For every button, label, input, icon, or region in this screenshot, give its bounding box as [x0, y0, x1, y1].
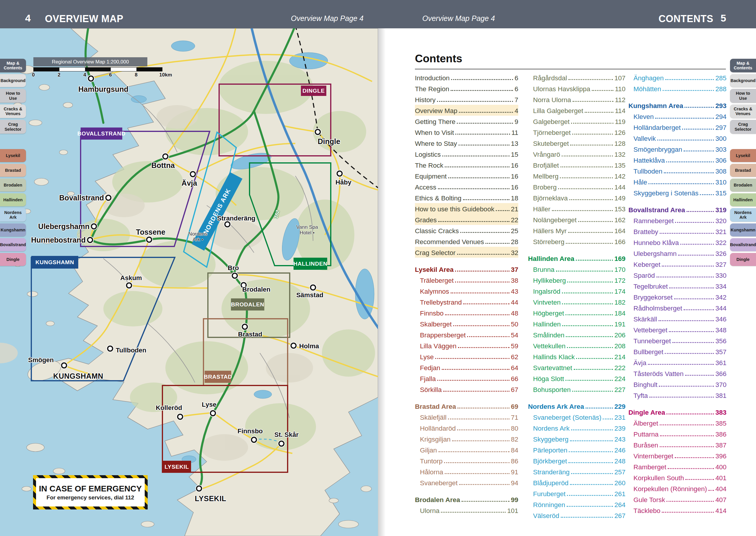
tab-kungshamn[interactable]: Kungshamn: [0, 223, 26, 236]
toc-entry[interactable]: Classic Cracks25: [415, 225, 518, 236]
toc-entry[interactable]: When to Visit11: [415, 127, 518, 138]
toc-entry[interactable]: Ulornas Havsklippa110: [528, 83, 626, 94]
toc-entry[interactable]: Norra Ulorna112: [528, 94, 626, 105]
toc-entry[interactable]: Furuberget261: [528, 488, 626, 499]
toc-entry[interactable]: Svaneberget (Sotenäs)231: [528, 412, 626, 422]
toc-entry[interactable]: Svaneberget94: [415, 477, 518, 488]
toc-entry[interactable]: How to use this Guidebook21: [415, 203, 518, 214]
toc-entry[interactable]: Galgeberget119: [528, 116, 626, 127]
tab-how-to-use[interactable]: How to Use: [0, 89, 26, 102]
tab-nordens-ark[interactable]: Nordens Ark: [0, 208, 26, 222]
toc-entry[interactable]: Sörkilla67: [415, 384, 518, 395]
toc-entry[interactable]: Rönningen264: [528, 499, 626, 510]
toc-entry[interactable]: Where to Stay13: [415, 138, 518, 149]
toc-entry[interactable]: Tyfta381: [629, 389, 727, 401]
toc-entry[interactable]: Häller153: [528, 203, 626, 214]
toc-entry[interactable]: Kleven294: [629, 111, 727, 121]
toc-entry[interactable]: Brofjället135: [528, 159, 626, 170]
toc-entry[interactable]: Crag Selector32: [415, 247, 518, 258]
tab-crag-selector[interactable]: Crag Selector: [730, 120, 756, 133]
toc-entry[interactable]: Tullboden308: [629, 165, 727, 176]
toc-entry[interactable]: Equipment16: [415, 170, 518, 181]
toc-entry[interactable]: Vetteberget348: [629, 324, 727, 335]
toc-entry[interactable]: Tuntorp86: [415, 455, 518, 466]
area-label-bovallstrand[interactable]: BOVALLSTRAND: [81, 127, 122, 140]
toc-entry[interactable]: Änghagen285: [629, 72, 727, 83]
toc-entry[interactable]: Täcklebo414: [629, 505, 727, 516]
toc-entry[interactable]: Puttarna386: [629, 428, 727, 439]
toc-entry[interactable]: Smålinden206: [528, 329, 626, 340]
toc-entry[interactable]: Ramneberget320: [629, 215, 727, 226]
toc-entry[interactable]: Störreberg166: [528, 236, 626, 247]
toc-entry[interactable]: Högberget184: [528, 307, 626, 318]
toc-entry[interactable]: Skyggeberg243: [528, 433, 626, 444]
toc-entry[interactable]: Ulorna101: [415, 505, 518, 516]
tab-cracks-venues[interactable]: Cracks & Venues: [730, 105, 756, 118]
toc-entry[interactable]: Mellberg142: [528, 170, 626, 181]
toc-entry[interactable]: Lilla Galgeberget114: [528, 105, 626, 116]
toc-entry[interactable]: Fedjan64: [415, 362, 518, 373]
toc-entry[interactable]: Nolängeberget162: [528, 214, 626, 225]
toc-entry[interactable]: Access16: [415, 181, 518, 192]
toc-entry[interactable]: Björneklava149: [528, 192, 626, 203]
tab-map-contents[interactable]: Map & Contents: [730, 59, 756, 72]
toc-entry[interactable]: Getting There9: [415, 116, 518, 127]
toc-entry[interactable]: Keberget327: [629, 258, 727, 269]
tab-how-to-use[interactable]: How to Use: [730, 89, 756, 102]
toc-entry[interactable]: Fjalla66: [415, 373, 518, 384]
toc-entry[interactable]: Kalymnos43: [415, 285, 518, 296]
tab-dingle[interactable]: Dingle: [0, 253, 26, 266]
toc-entry[interactable]: Blådjuperöd260: [528, 477, 626, 488]
toc-entry[interactable]: Smögenbryggan303: [629, 144, 727, 154]
toc-entry[interactable]: Håle310: [629, 176, 727, 187]
toc-entry[interactable]: Ingalsröd174: [528, 285, 626, 296]
toc-entry[interactable]: Tåsteröds Vatten366: [629, 368, 727, 379]
toc-entry[interactable]: Bohusporten227: [528, 384, 626, 395]
toc-entry[interactable]: Bullberget357: [629, 346, 727, 357]
toc-entry[interactable]: Älberget385: [629, 418, 727, 428]
toc-entry[interactable]: Vrångarö132: [528, 149, 626, 159]
toc-entry[interactable]: Overview Map4: [415, 105, 518, 116]
toc-entry[interactable]: Skyggeberg i Sotenäs315: [629, 187, 727, 198]
toc-entry[interactable]: Lyse62: [415, 351, 518, 362]
toc-entry[interactable]: The Region6: [415, 83, 518, 94]
tab-brodalen[interactable]: Brodalen: [730, 179, 756, 191]
area-label-dingle[interactable]: DINGLE: [301, 85, 326, 96]
tab-nordens-ark[interactable]: Nordens Ark: [730, 208, 756, 222]
toc-entry[interactable]: Ävja361: [629, 357, 727, 368]
toc-section-dingle[interactable]: Dingle Area383: [629, 406, 727, 418]
toc-entry[interactable]: Brunna170: [528, 264, 626, 275]
tab-brastad[interactable]: Brastad: [730, 164, 756, 177]
toc-entry[interactable]: Hallinden191: [528, 318, 626, 329]
toc-entry[interactable]: Möhätten288: [629, 83, 727, 94]
tab-dingle[interactable]: Dingle: [730, 253, 756, 266]
toc-entry[interactable]: Skärkäll346: [629, 313, 727, 324]
toc-entry[interactable]: Tegelbruket334: [629, 281, 727, 291]
tab-lysekil[interactable]: Lysekil: [0, 149, 26, 162]
toc-entry[interactable]: Ethics & Bolting18: [415, 192, 518, 203]
toc-section-bovallstrand[interactable]: Bovallstrand Area319: [629, 204, 727, 215]
toc-entry[interactable]: Rådholmsberget344: [629, 302, 727, 313]
toc-entry[interactable]: Binghult370: [629, 379, 727, 389]
toc-entry[interactable]: Gule Torsk407: [629, 494, 727, 505]
area-label-kungshamn[interactable]: KUNGSHAMN: [31, 256, 78, 269]
toc-entry[interactable]: Tjörneberget126: [528, 127, 626, 138]
toc-entry[interactable]: Vinternberget396: [629, 450, 727, 461]
toc-entry[interactable]: Pärleporten246: [528, 444, 626, 455]
toc-entry[interactable]: Korpekullen (Rönningen)404: [629, 483, 727, 494]
toc-entry[interactable]: Bryggekorset342: [629, 291, 727, 302]
toc-entry[interactable]: Logistics15: [415, 149, 518, 159]
toc-section-nordensark[interactable]: Nordens Ark Area229: [528, 401, 626, 412]
area-label-brastad[interactable]: BRASTAD: [205, 371, 231, 383]
toc-entry[interactable]: Träleberget38: [415, 275, 518, 285]
toc-entry[interactable]: Välseröd267: [528, 510, 626, 520]
tab-hallinden[interactable]: Hallinden: [0, 193, 26, 206]
toc-entry[interactable]: Hyllikeberg172: [528, 275, 626, 285]
tab-bovallstrand[interactable]: Bovallstrand: [0, 238, 26, 251]
tab-map-contents[interactable]: Map & Contents: [0, 59, 26, 72]
tab-background[interactable]: Background: [730, 74, 756, 87]
tab-kungshamn[interactable]: Kungshamn: [730, 223, 756, 236]
toc-entry[interactable]: Stranderäng257: [528, 466, 626, 477]
toc-entry[interactable]: Rågårdsdal107: [528, 72, 626, 83]
tab-bovallstrand[interactable]: Bovallstrand: [730, 238, 756, 251]
